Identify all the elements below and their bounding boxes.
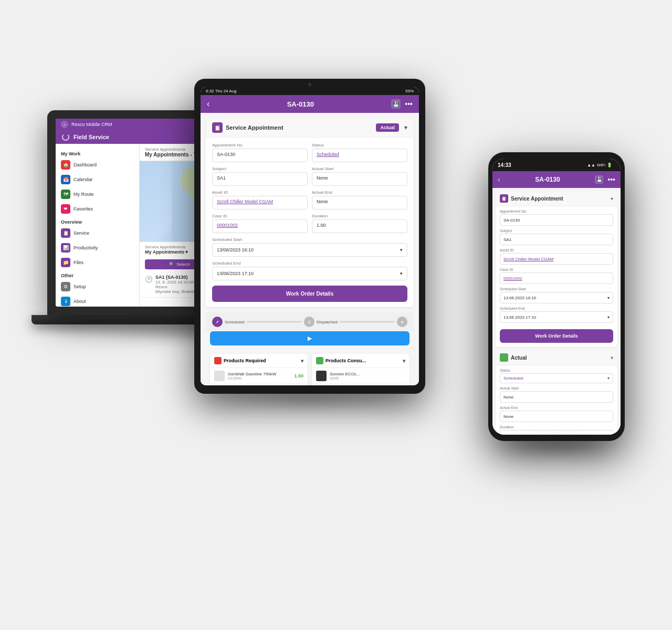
product-info: GenWatt Gasoline 750kW GC3040 — [228, 372, 291, 380]
laptop-sidebar: My Work 🏠 Dashboard 📅 Calendar 🗺 My Rout… — [56, 144, 140, 307]
sidebar-item-dashboard[interactable]: 🏠 Dashboard — [56, 158, 139, 172]
appt-no-field: Appointment No. SA-0130 — [212, 143, 308, 162]
phone-actual-start-value[interactable]: None — [500, 391, 613, 403]
phone-asset-id-value[interactable]: Scroll Chiller Model CGAM — [500, 253, 613, 265]
service-appointment-section: 📋 Service Appointment Actual ▾ Appointme… — [206, 118, 414, 307]
save-icon[interactable]: 💾 — [391, 99, 401, 109]
phone-appt-no-value[interactable]: SA-0130 — [500, 214, 613, 226]
sidebar-item-my-route[interactable]: 🗺 My Route — [56, 187, 139, 202]
appt-no-value[interactable]: SA-0130 — [212, 149, 308, 162]
progress-connector-2 — [340, 321, 395, 322]
setup-icon: ⚙ — [61, 282, 70, 291]
search-icon: 🔍 — [169, 262, 174, 267]
tablet-screen: 6:32 Thu 24 Aug 59% ‹ SA-0130 💾 ••• — [201, 87, 419, 385]
tablet-content[interactable]: 📋 Service Appointment Actual ▾ Appointme… — [201, 113, 419, 385]
actual-end-value[interactable]: None — [312, 196, 407, 209]
duration-field: Duration 1.00 — [312, 214, 407, 233]
phone-scheduled-start-field: Scheduled Start 13.06.2023 16:10 ▾ — [500, 287, 613, 303]
progress-step-1: ✓ Scheduled — [212, 317, 245, 327]
status-value[interactable]: Scheduled — [312, 149, 407, 162]
sidebar-item-favorites[interactable]: ❤ Favorites — [56, 202, 139, 216]
duration-value[interactable]: 1.00 — [312, 219, 407, 233]
more-icon[interactable]: ••• — [405, 100, 413, 108]
tablet-back-button[interactable]: ‹ — [207, 99, 209, 109]
progress-step-2: 2 Dispatched — [304, 317, 338, 327]
phone-actual-end-value[interactable]: None — [500, 411, 613, 422]
sidebar-item-files[interactable]: 📁 Files — [56, 255, 139, 270]
service-icon: 📋 — [61, 228, 70, 238]
status-badge[interactable]: Actual — [376, 123, 399, 132]
sidebar-favorites-label: Favorites — [74, 206, 93, 212]
status-field: Status Scheduled — [312, 143, 407, 162]
actual-start-value[interactable]: None — [312, 172, 407, 186]
phone-appt-no-field: Appointment No. SA-0130 — [500, 209, 613, 226]
appt-selector[interactable]: My Appointments ▾ — [145, 249, 188, 255]
phone-time: 14:33 — [498, 162, 511, 168]
phone-actual-section: Actual ▾ Status Scheduled ▾ — [496, 350, 617, 435]
sidebar-files-label: Files — [74, 260, 83, 265]
progress-bar: ✓ Scheduled 2 Dispatched 4 — [206, 312, 414, 331]
files-icon: 📁 — [61, 258, 70, 267]
phone-scheduled-start-value[interactable]: 13.06.2023 16:10 ▾ — [500, 292, 613, 303]
phone-content[interactable]: 📋 Service Appointment ▾ Appointment No. … — [492, 188, 621, 435]
subject-value[interactable]: SA1 — [212, 172, 308, 186]
product-info: Sonnen ECOL... I2345 — [330, 372, 405, 380]
wifi-icon: WiFi — [597, 163, 605, 167]
product-thumbnail — [214, 371, 225, 381]
action-blue-btn[interactable]: ▶ — [210, 331, 410, 345]
step-2-dot: 2 — [304, 317, 314, 327]
scheduled-end-field: Scheduled End 13/06/2023 17:10 ▾ — [212, 261, 407, 280]
tablet-title: SA-0130 — [287, 100, 314, 108]
products-grid: Products Required ▾ GenWatt Gasoline 750… — [206, 350, 414, 385]
service-appointment-icon: 📋 — [212, 122, 223, 133]
work-order-btn[interactable]: Work Order Details — [212, 286, 407, 302]
sidebar-item-setup[interactable]: ⚙ Setup — [56, 279, 139, 294]
phone-header: ‹ SA-0130 💾 ••• — [492, 171, 621, 188]
chevron-down-icon: ▾ — [607, 376, 610, 381]
phone-case-id-value[interactable]: 00001002 — [500, 272, 613, 284]
laptop-section-label: Field Service — [74, 134, 109, 140]
consumed-item-1[interactable]: Sonnen ECOL... I2345 — [312, 368, 410, 384]
phone-more-icon[interactable]: ••• — [607, 175, 615, 184]
asset-id-value[interactable]: Scroll Chiller Model CGAM — [212, 196, 308, 209]
sidebar-item-productivity[interactable]: 📊 Productivity — [56, 240, 139, 255]
tablet-shadow — [194, 391, 425, 407]
signal-icon: ▲▲ — [587, 163, 595, 167]
refresh-icon[interactable] — [62, 133, 69, 141]
phone-scheduled-end-value[interactable]: 13.06.2023 17:10 ▾ — [500, 311, 613, 323]
phone-save-icon[interactable]: 💾 — [595, 175, 603, 184]
scheduled-start-value[interactable]: 13/06/2023 16:10 ▾ — [212, 243, 407, 257]
laptop-back-button[interactable]: ‹ — [61, 121, 68, 128]
dropdown-icon[interactable]: ▾ — [404, 124, 407, 131]
scheduled-end-value[interactable]: 13/06/2023 17:10 ▾ — [212, 267, 407, 280]
sidebar-item-service[interactable]: 📋 Service — [56, 226, 139, 240]
tablet-time: 6:32 Thu 24 Aug — [206, 89, 237, 93]
case-id-field: Case ID 00001002 — [212, 214, 308, 233]
phone-work-order-btn[interactable]: Work Order Details — [500, 329, 613, 343]
phone-status-dropdown[interactable]: Scheduled ▾ — [500, 373, 613, 383]
asset-id-field: Asset ID Scroll Chiller Model CGAM — [212, 190, 308, 209]
actual-end-field: Actual End None — [312, 190, 407, 209]
products-consumed-toggle[interactable]: ▾ — [403, 358, 405, 364]
products-required-toggle[interactable]: ▾ — [301, 358, 303, 364]
sidebar-item-about[interactable]: ℹ About — [56, 294, 139, 307]
sidebar-setup-label: Setup — [74, 284, 86, 289]
phone-subject-value[interactable]: SA1 — [500, 234, 613, 245]
phone-form: Appointment No. SA-0130 Subject SA1 Asse… — [496, 206, 617, 329]
phone-back-button[interactable]: ‹ — [498, 175, 500, 184]
phone-duration-value[interactable] — [500, 430, 613, 435]
chevron-down-icon: ▾ — [607, 315, 610, 320]
product-item-1[interactable]: GenWatt Gasoline 750kW GC3040 1.00 — [210, 368, 308, 384]
sidebar-item-calendar[interactable]: 📅 Calendar — [56, 172, 139, 187]
actual-icon — [500, 353, 508, 362]
phone-title: SA-0130 — [535, 176, 560, 183]
phone-section-toggle[interactable]: ▾ — [611, 196, 613, 202]
sidebar-dashboard-label: Dashboard — [74, 162, 97, 167]
tablet-section-title: Service Appointment — [226, 124, 373, 131]
sidebar-overview-label: Overview — [56, 216, 139, 226]
sidebar-about-label: About — [74, 299, 86, 304]
case-id-value[interactable]: 00001002 — [212, 219, 308, 233]
product-item-2[interactable]: GenWatt Propane 500kW GC3040 1.00 — [210, 384, 308, 385]
actual-toggle[interactable]: ▾ — [611, 355, 613, 361]
phone-body: 14:33 ▲▲ WiFi 🔋 ‹ SA-0130 💾 ••• — [488, 152, 625, 441]
